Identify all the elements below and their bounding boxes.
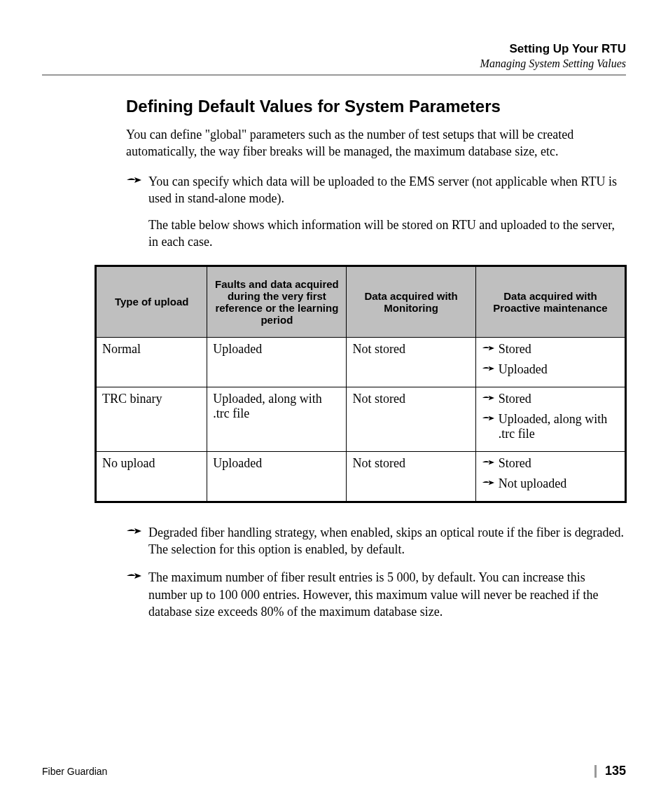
list-text: Stored	[499, 342, 531, 356]
bottom-bullet-item: The maximum number of fiber result entri…	[126, 569, 626, 620]
table-row: TRC binary Uploaded, along with .trc fil…	[96, 387, 626, 451]
footer-bar-icon	[594, 765, 597, 778]
top-bullet-p1: You can specify which data will be uploa…	[148, 173, 626, 207]
bullet-text: The maximum number of fiber result entri…	[148, 570, 599, 619]
cell-faults: Uploaded, along with .trc file	[207, 387, 347, 451]
page-heading: Defining Default Values for System Param…	[126, 97, 626, 116]
cell-monitoring: Not stored	[347, 451, 475, 502]
page-footer: Fiber Guardian 135	[42, 764, 626, 778]
th-faults: Faults and data acquired during the very…	[207, 266, 347, 337]
top-bullet-item: You can specify which data will be uploa…	[126, 173, 626, 251]
list-text: Uploaded	[499, 362, 548, 376]
arrow-icon	[482, 479, 494, 487]
content-block: Defining Default Values for System Param…	[126, 97, 626, 251]
table-row: Normal Uploaded Not stored Stored Upload…	[96, 337, 626, 387]
section-title: Managing System Setting Values	[42, 57, 626, 70]
footer-product: Fiber Guardian	[42, 766, 107, 777]
arrow-icon	[126, 175, 141, 185]
chapter-title: Setting Up Your RTU	[42, 42, 626, 56]
list-item: Stored	[482, 456, 619, 471]
footer-page-number: 135	[605, 764, 626, 778]
bottom-bullet-list: Degraded fiber handling strategy, when e…	[126, 524, 626, 620]
top-bullet-list: You can specify which data will be uploa…	[126, 173, 626, 251]
list-item: Stored	[482, 392, 619, 406]
upload-table: Type of upload Faults and data acquired …	[95, 265, 627, 503]
footer-page-wrap: 135	[594, 764, 626, 778]
cell-faults: Uploaded	[207, 451, 347, 502]
th-proactive: Data acquired with Proactive maintenance	[475, 266, 625, 337]
arrow-icon	[126, 571, 141, 581]
list-item: Uploaded, along with .trc file	[482, 412, 619, 441]
list-item: Uploaded	[482, 362, 619, 377]
th-monitoring: Data acquired with Monitoring	[347, 266, 475, 337]
list-item: Not uploaded	[482, 476, 619, 491]
cell-proactive: Stored Uploaded	[475, 337, 625, 387]
table-header-row: Type of upload Faults and data acquired …	[96, 266, 626, 337]
bullet-text: Degraded fiber handling strategy, when e…	[148, 525, 624, 556]
arrow-icon	[482, 414, 494, 422]
cell-monitoring: Not stored	[347, 337, 475, 387]
list-text: Stored	[499, 456, 531, 470]
arrow-icon	[126, 526, 141, 536]
running-head: Setting Up Your RTU Managing System Sett…	[42, 42, 626, 70]
arrow-icon	[482, 364, 494, 373]
list-item: Stored	[482, 342, 619, 357]
page: Setting Up Your RTU Managing System Sett…	[0, 0, 668, 812]
header-divider	[42, 74, 626, 76]
cell-faults: Uploaded	[207, 337, 347, 387]
arrow-icon	[482, 458, 494, 467]
intro-paragraph: You can define "global" parameters such …	[126, 126, 626, 160]
bottom-content: Degraded fiber handling strategy, when e…	[126, 524, 626, 620]
cell-type: Normal	[96, 337, 207, 387]
list-text: Stored	[499, 392, 531, 406]
top-bullet-p2: The table below shows which information …	[148, 216, 626, 251]
cell-proactive: Stored Uploaded, along with .trc file	[475, 387, 625, 451]
arrow-icon	[482, 394, 494, 402]
bottom-bullet-item: Degraded fiber handling strategy, when e…	[126, 524, 626, 558]
th-type: Type of upload	[96, 266, 207, 337]
list-text: Not uploaded	[499, 476, 566, 490]
table-row: No upload Uploaded Not stored Stored Not…	[96, 451, 626, 502]
cell-proactive: Stored Not uploaded	[475, 451, 625, 502]
cell-monitoring: Not stored	[347, 387, 475, 451]
arrow-icon	[482, 344, 494, 352]
cell-type: No upload	[96, 451, 207, 502]
list-text: Uploaded, along with .trc file	[499, 412, 607, 441]
cell-type: TRC binary	[96, 387, 207, 451]
